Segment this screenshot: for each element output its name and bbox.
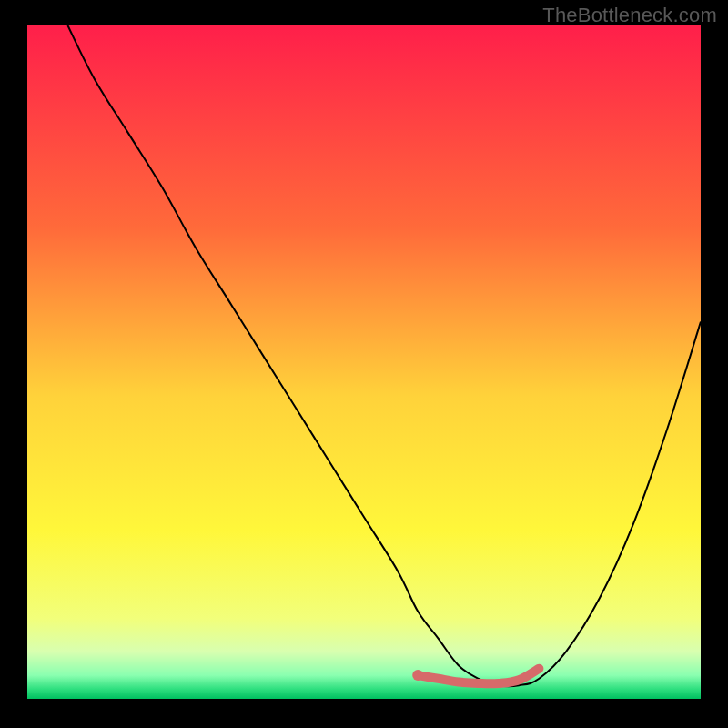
chart-svg bbox=[27, 25, 701, 699]
highlight-start-dot bbox=[412, 670, 423, 681]
chart-frame: TheBottleneck.com bbox=[0, 0, 728, 728]
watermark-text: TheBottleneck.com bbox=[542, 4, 717, 27]
plot-area bbox=[27, 25, 701, 699]
